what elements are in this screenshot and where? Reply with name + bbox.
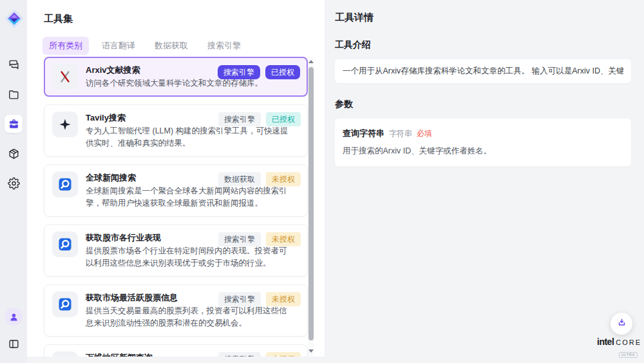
arxiv-x-icon [52,64,78,90]
tool-card[interactable]: 全球新闻搜索 全球新闻搜索是一个聚合全球各大新闻网站内容的搜索引擎，帮助用户快速… [44,164,308,217]
app-logo-icon [5,9,24,28]
settings-icon [8,177,20,190]
category-tab[interactable]: 数据获取 [148,37,194,55]
sidebar-item-folder[interactable] [5,85,23,103]
download-button[interactable] [611,313,632,335]
tool-description: 专为人工智能代理 (LLM) 构建的搜索引擎工具，可快速提供实时、准确和真实的结… [86,125,289,150]
intro-text: 一个用于从Arxiv存储库搜索科学论文和文章的工具。 输入可以是Arxiv ID… [343,65,623,77]
tool-badges: 搜索引擎未授权 [213,352,301,357]
download-icon [616,317,627,330]
newspaper-icon [52,351,78,357]
tool-card[interactable]: 获取市场最活跃股票信息 提供当天交易量最高的股票列表，投资者可以利用这些信息来识… [44,284,308,337]
user-icon [8,311,20,323]
sidebar-item-settings[interactable] [5,174,23,192]
sidebar-item-panel-layout[interactable] [5,335,23,353]
tool-badge: 搜索引擎 [218,292,261,306]
sidebar-item-package[interactable] [5,144,23,162]
detail-title: 工具详情 [335,12,631,24]
tool-badges: 数据获取未授权 [213,172,301,186]
param-type: 字符串 [389,129,412,138]
sidebar-top-items [0,55,27,192]
tool-badge: 未授权 [266,352,301,357]
param-name: 查询字符串 [343,128,384,138]
sidebar [0,0,27,363]
tool-badge: 未授权 [266,172,301,186]
intro-heading: 工具介绍 [335,39,631,51]
tool-badges: 搜索引擎已授权 [213,65,300,79]
category-tab[interactable]: 语言翻译 [95,37,142,55]
category-tab[interactable]: 搜索引擎 [201,37,247,55]
folder-icon [8,88,20,101]
tool-card[interactable]: 获取股市各行业表现 提供股票市场各个行业在特定时间段内的表现。投资者可以利用这些… [44,224,308,277]
scroll-up-arrow-icon[interactable] [308,58,314,64]
tool-badge: 数据获取 [218,172,261,186]
params-heading: 参数 [335,99,631,110]
param-required-flag: 必填 [417,129,432,138]
tool-badge: 搜索引擎 [218,232,261,246]
tool-badge: 已授权 [265,65,300,79]
param-description: 用于搜索的Arxiv ID、关键字或作者姓名。 [343,145,623,157]
tool-badges: 搜索引擎未授权 [213,292,301,306]
tool-description: 提供股票市场各个行业在特定时间段内的表现。投资者可以利用这些信息来识别表现优于或… [86,245,289,270]
params-card: 查询字符串字符串必填 用于搜索的Arxiv ID、关键字或作者姓名。 [335,119,631,166]
intro-card: 一个用于从Arxiv存储库搜索科学论文和文章的工具。 输入可以是Arxiv ID… [335,59,631,83]
tool-badges: 搜索引擎未授权 [213,232,301,246]
intel-wordmark: intel [597,337,614,347]
sparkle-icon [52,112,78,137]
news-search-icon [52,291,78,317]
tool-badges: 搜索引擎已授权 [213,112,301,126]
sidebar-item-toolbox[interactable] [5,115,23,133]
category-tabs: 所有类别语言翻译数据获取搜索引擎 [43,37,247,55]
core-wordmark: core [616,338,641,346]
tool-detail-panel: 工具详情 工具介绍 一个用于从Arxiv存储库搜索科学论文和文章的工具。 输入可… [325,0,644,363]
sidebar-bottom-items [0,308,27,353]
app-root: { "colors": { "accent": "#5848E8", "sele… [0,0,644,363]
tool-badge: 未授权 [266,292,301,306]
tool-badge: 搜索引擎 [218,352,261,357]
tool-list: Arxiv文献搜索 访问各个研究领域大量科学论文和文章的存储库。 搜索引擎已授权… [44,57,308,357]
category-tab[interactable]: 所有类别 [43,37,89,55]
tool-card[interactable]: 万维地区新闻查询 查询具体行政区划内的新闻，快速了解各地新闻动态。 搜索引擎未授… [44,344,308,357]
list-scrollbar[interactable] [308,57,314,357]
page-title: 工具集 [44,13,73,25]
tool-description: 提供当天交易量最高的股票列表，投资者可以利用这些信息来识别流动性强的股票和潜在的… [86,305,289,329]
toolbox-icon [8,118,20,130]
tool-badge: 搜索引擎 [218,65,260,79]
tool-description: 全球新闻搜索是一个聚合全球各大新闻网站内容的搜索引擎，帮助用户快速获取全球最新资… [86,185,289,210]
panel-layout-icon [8,338,20,350]
intel-core-logo: intel core ultra [597,337,638,358]
tool-card[interactable]: Tavily搜索 专为人工智能代理 (LLM) 构建的搜索引擎工具，可快速提供实… [44,104,308,157]
sidebar-item-chat[interactable] [5,55,23,74]
news-search-icon [52,172,78,197]
tool-card[interactable]: Arxiv文献搜索 访问各个研究领域大量科学论文和文章的存储库。 搜索引擎已授权 [44,57,308,97]
param-row: 查询字符串字符串必填 用于搜索的Arxiv ID、关键字或作者姓名。 [343,127,623,157]
tool-badge: 已授权 [266,112,301,126]
chat-icon [8,59,20,71]
tool-badge: 未授权 [266,232,301,246]
scrollbar-thumb[interactable] [308,67,314,340]
ultra-badge: ultra [619,352,638,358]
sidebar-item-user[interactable] [5,308,23,326]
tool-badge: 搜索引擎 [218,112,261,126]
scroll-down-arrow-icon[interactable] [308,348,314,354]
tool-list-panel: 工具集 所有类别语言翻译数据获取搜索引擎 Arxiv文献搜索 访问各个研究领域大… [27,0,325,357]
package-icon [8,148,20,160]
news-search-icon [52,231,78,257]
